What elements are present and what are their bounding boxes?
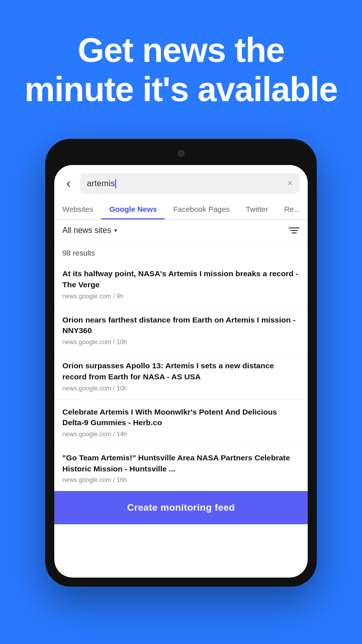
news-time-2: 10h [117,385,127,392]
news-meta-2: news.google.com / 10h [62,385,300,392]
tab-websites[interactable]: Websites [54,199,101,219]
create-monitoring-feed-button[interactable]: Create monitoring feed [54,491,308,524]
hero-title: Get news the minute it's available [20,30,342,109]
news-meta-3: news.google.com / 14h [62,431,300,438]
news-source-1: news.google.com [62,339,111,346]
phone-wrapper: ‹ artemis × Websites Google News Faceboo… [0,139,362,607]
news-list: At its halfway point, NASA's Artemis I m… [54,261,308,491]
news-title-4: "Go Team Artemis!" Huntsville Area NASA … [62,452,300,474]
news-item-4[interactable]: "Go Team Artemis!" Huntsville Area NASA … [54,445,308,491]
back-button[interactable]: ‹ [62,174,75,193]
news-item-1[interactable]: Orion nears farthest distance from Earth… [54,307,308,353]
news-time-0: 9h [117,293,124,300]
tab-google-news[interactable]: Google News [101,199,165,219]
news-source-4: news.google.com [62,476,111,484]
filter-line-3 [292,232,297,233]
news-item-0[interactable]: At its halfway point, NASA's Artemis I m… [54,261,308,307]
filter-line-2 [290,230,298,231]
chevron-down-icon: ▾ [114,227,117,234]
news-separator-1: / [113,339,117,346]
text-cursor [115,179,116,188]
news-source-3: news.google.com [62,431,111,438]
dropdown-label: All news sites [62,226,111,235]
news-separator-0: / [113,293,117,300]
news-source-2: news.google.com [62,385,111,392]
news-item-3[interactable]: Celebrate Artemis I With Moonwlkr's Pote… [54,399,308,445]
news-title-0: At its halfway point, NASA's Artemis I m… [62,268,300,290]
results-count: 98 results [54,242,308,261]
news-time-1: 10h [117,339,127,346]
news-source-0: news.google.com [62,293,111,300]
search-input-box[interactable]: artemis × [80,173,300,194]
search-bar-row: ‹ artemis × [54,165,308,199]
news-separator-3: / [113,431,117,438]
hero-section: Get news the minute it's available [0,0,362,129]
tabs-row: Websites Google News Facebook Pages Twit… [54,199,308,220]
filter-row: All news sites ▾ [54,220,308,242]
news-item-2[interactable]: Orion surpasses Apollo 13: Artemis I set… [54,353,308,399]
news-title-3: Celebrate Artemis I With Moonwlkr's Pote… [62,407,300,428]
phone-screen: ‹ artemis × Websites Google News Faceboo… [54,165,308,578]
phone-notch [166,148,196,159]
tab-facebook-pages[interactable]: Facebook Pages [165,199,238,219]
news-separator-2: / [113,385,117,392]
news-time-4: 16h [117,476,127,484]
search-value: artemis [87,179,115,188]
phone-camera [177,150,185,157]
news-time-3: 14h [117,431,127,438]
filter-line-1 [289,227,300,228]
news-meta-4: news.google.com / 16h [62,476,300,484]
phone-frame: ‹ artemis × Websites Google News Faceboo… [45,139,317,587]
tab-twitter[interactable]: Twitter [238,199,276,219]
filter-settings-button[interactable] [289,227,300,233]
all-news-sites-dropdown[interactable]: All news sites ▾ [62,226,117,235]
news-separator-4: / [113,476,117,484]
news-meta-0: news.google.com / 9h [62,293,300,300]
news-title-2: Orion surpasses Apollo 13: Artemis I set… [62,360,300,382]
news-meta-1: news.google.com / 10h [62,339,300,346]
tab-more[interactable]: Re... [276,199,308,219]
clear-button[interactable]: × [287,178,293,189]
news-title-1: Orion nears farthest distance from Earth… [62,314,300,336]
